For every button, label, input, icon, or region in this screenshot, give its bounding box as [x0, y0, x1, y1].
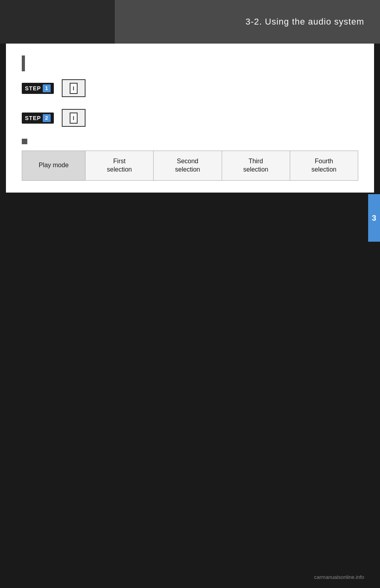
step-2-badge: STEP 2 [22, 113, 54, 124]
step-2-button-label: I [73, 115, 74, 121]
step-1-badge: STEP 1 [22, 83, 54, 94]
step-2-button-icon: I [62, 109, 86, 127]
step-1-button-inner: I [70, 83, 78, 94]
step-2-number: 2 [43, 114, 51, 122]
table-row: Play mode Firstselection Secondselection… [22, 151, 358, 181]
step-1-number: 1 [43, 84, 51, 92]
step-1-container: STEP 1 I [22, 79, 358, 97]
sidebar-number: 3 [372, 214, 376, 223]
selection-table: Play mode Firstselection Secondselection… [22, 151, 358, 181]
col-fourth-selection: Fourthselection [290, 151, 358, 181]
watermark: carmanualsonline.info [314, 574, 364, 580]
page-title: 3-2. Using the audio system [245, 17, 364, 27]
step-1-label: STEP [25, 85, 41, 92]
right-sidebar-tab: 3 [368, 194, 380, 242]
step-2-label: STEP [25, 115, 41, 121]
col-first-selection: Firstselection [86, 151, 154, 181]
step-2-container: STEP 2 I [22, 109, 358, 127]
step-1-button-icon: I [62, 79, 86, 97]
col-third-selection: Thirdselection [222, 151, 290, 181]
step-1-button-label: I [73, 85, 74, 92]
col-second-selection: Secondselection [154, 151, 222, 181]
small-square-indicator [22, 139, 27, 144]
step-2-button-inner: I [70, 113, 78, 124]
main-content: STEP 1 I STEP 2 I Play mode Firstselecti… [6, 44, 374, 193]
header-bar: 3-2. Using the audio system [0, 0, 380, 44]
watermark-text: carmanualsonline.info [314, 574, 364, 580]
play-mode-cell: Play mode [22, 151, 86, 181]
section-marker [22, 55, 25, 71]
